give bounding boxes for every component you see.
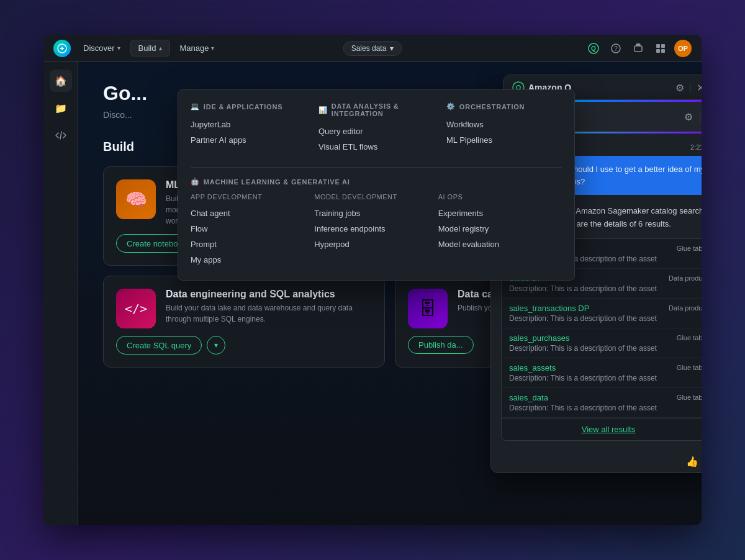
result-desc-4: Description: This is a description of th…	[509, 374, 702, 382]
svg-rect-7	[661, 44, 665, 48]
chevron-up-icon: ▴	[159, 45, 162, 52]
result-row-5: sales_data Glue table Description: This …	[502, 388, 702, 418]
card-actions: Create SQL query ▾	[116, 336, 372, 355]
nav-build[interactable]: Build ▴	[130, 40, 170, 56]
app-window: Discover ▾ Build ▴ Manage ▾ Sales data ▾	[43, 35, 702, 525]
dropdown-item-model-evaluation[interactable]: Model evaluation	[438, 237, 562, 252]
notifications-icon-button[interactable]	[630, 40, 647, 57]
help-icon-button[interactable]: ?	[607, 40, 625, 57]
monitor-icon: 💻	[191, 102, 200, 111]
result-desc-3: Description: This is a description of th…	[509, 344, 702, 353]
card-icon-data: </>	[116, 289, 156, 328]
dropdown-item-workflows[interactable]: Workflows	[446, 117, 562, 132]
dropdown-ml-grid: APP DEVELOPMENT Chat agent Flow Prompt M…	[191, 193, 562, 268]
card-body: Data engineering and SQL analytics Build…	[166, 289, 372, 325]
ml-app-dev-col: APP DEVELOPMENT Chat agent Flow Prompt M…	[191, 193, 314, 268]
robot-icon: 🤖	[191, 178, 200, 186]
card-data-engineering: </> Data engineering and SQL analytics B…	[103, 276, 385, 368]
close-icon[interactable]: ✕	[697, 82, 702, 94]
dropdown-item-partner-ai[interactable]: Partner AI apps	[191, 132, 306, 148]
dropdown-item-hyperpod[interactable]: Hyperpod	[314, 237, 438, 252]
q-float-header-icons: ⚙ | ✕	[684, 111, 702, 123]
dropdown-item-query-editor[interactable]: Query editor	[318, 124, 434, 139]
dropdown-ml-section: 🤖 MACHINE LEARNING & GENERATIVE AI APP D…	[191, 178, 562, 268]
dropdown-item-prompt[interactable]: Prompt	[191, 237, 314, 252]
svg-text:?: ?	[614, 45, 618, 52]
dropdown-divider	[191, 167, 562, 168]
dropdown-item-flow[interactable]: Flow	[191, 221, 314, 237]
sidebar-item-files[interactable]: 📁	[50, 97, 72, 119]
result-name-3[interactable]: sales_purchases	[509, 333, 570, 343]
chart-icon: 📊	[318, 106, 328, 114]
settings-icon[interactable]: ⚙	[675, 82, 684, 94]
dropdown-item-experiments[interactable]: Experiments	[438, 205, 562, 221]
gear-icon: ⚙️	[446, 102, 456, 111]
dropdown-item-inference-endpoints[interactable]: Inference endpoints	[314, 221, 438, 237]
q-icon-button[interactable]: Q	[585, 40, 602, 57]
grid-icon-button[interactable]	[652, 40, 669, 57]
sidebar-item-code[interactable]	[50, 124, 72, 147]
settings-icon[interactable]: ⚙	[684, 111, 693, 123]
nav-discover[interactable]: Discover ▾	[76, 40, 128, 56]
result-desc-1: Description: This is a description of th…	[509, 284, 702, 293]
publish-button[interactable]: Publish da...	[408, 336, 474, 354]
thumbs-up-icon[interactable]: 👍	[686, 456, 698, 467]
result-type-0: Glue table	[677, 245, 702, 252]
view-all-results-link[interactable]: View all results	[502, 418, 702, 440]
nav-right: Q ?	[585, 40, 692, 57]
svg-rect-6	[656, 44, 660, 48]
result-row-2: sales_transactions DP Data product Descr…	[502, 299, 702, 328]
svg-rect-5	[634, 46, 642, 52]
card-icon-catalog: 🗄	[408, 289, 448, 328]
dropdown-orchestration-section: ⚙️ ORCHESTRATION Workflows ML Pipelines	[446, 102, 562, 155]
dropdown-item-model-registry[interactable]: Model registry	[438, 221, 562, 237]
result-type-5: Glue table	[677, 394, 702, 401]
svg-rect-8	[656, 49, 660, 53]
result-row-3: sales_purchases Glue table Description: …	[502, 328, 702, 358]
nav-items: Discover ▾ Build ▴ Manage ▾	[76, 40, 585, 56]
dropdown-item-training-jobs[interactable]: Training jobs	[314, 205, 438, 221]
ml-ai-ops-col: AI OPS Experiments Model registry Model …	[438, 193, 562, 268]
card-header: </> Data engineering and SQL analytics B…	[116, 289, 372, 328]
chevron-down-icon: ▾	[211, 45, 214, 52]
dropdown-top-section: 💻 IDE & APPLICATIONS JupyterLab Partner …	[191, 102, 562, 155]
dropdown-data-section: 📊 DATA ANALYSIS & INTEGRATION Query edit…	[318, 102, 434, 155]
dropdown-item-visual-etl[interactable]: Visual ETL flows	[318, 139, 434, 155]
result-type-4: Glue table	[677, 364, 702, 371]
create-sql-button[interactable]: Create SQL query	[116, 336, 202, 355]
dropdown-ide-section: 💻 IDE & APPLICATIONS JupyterLab Partner …	[191, 102, 306, 155]
sales-data-selector[interactable]: Sales data ▾	[343, 41, 402, 56]
result-name-4[interactable]: sales_assets	[509, 363, 556, 373]
result-row-4: sales_assets Glue table Description: Thi…	[502, 358, 702, 388]
q-feedback-bar: 👍 👎	[491, 451, 702, 472]
build-dropdown-menu: 💻 IDE & APPLICATIONS JupyterLab Partner …	[178, 89, 575, 281]
page-content: Go... Disco... Build 🧠 ML and GenAI mode…	[78, 62, 702, 525]
dropdown-item-my-apps[interactable]: My apps	[191, 252, 314, 268]
result-name-2[interactable]: sales_transactions DP	[509, 304, 589, 313]
nav-manage[interactable]: Manage ▾	[173, 40, 222, 56]
user-avatar[interactable]: OP	[674, 40, 692, 57]
card-title: Data engineering and SQL analytics	[166, 289, 372, 300]
sidebar: 🏠 📁	[43, 62, 78, 525]
result-name-5[interactable]: sales_data	[509, 393, 548, 402]
dropdown-item-ml-pipelines[interactable]: ML Pipelines	[446, 132, 562, 148]
svg-rect-9	[661, 49, 665, 53]
ml-model-dev-col: MODEL DEVELOPMENT Training jobs Inferenc…	[314, 193, 438, 268]
result-type-3: Glue table	[677, 334, 702, 341]
app-logo	[53, 40, 71, 57]
svg-text:Q: Q	[591, 45, 596, 52]
nav-center: Sales data ▾	[343, 41, 402, 56]
sql-dropdown-button[interactable]: ▾	[207, 336, 225, 355]
result-type-1: Data product	[669, 274, 702, 282]
main-content: 🏠 📁 Go... Disco... Build 🧠	[43, 62, 702, 525]
chevron-down-icon: ▾	[390, 44, 394, 53]
navbar: Discover ▾ Build ▴ Manage ▾ Sales data ▾	[43, 35, 702, 62]
result-type-2: Data product	[669, 304, 702, 312]
result-desc-5: Description: This is a description of th…	[509, 404, 702, 412]
sidebar-item-home[interactable]: 🏠	[50, 70, 72, 92]
dropdown-item-jupyterlab[interactable]: JupyterLab	[191, 117, 306, 132]
chevron-down-icon: ▾	[117, 45, 120, 52]
dropdown-item-chat-agent[interactable]: Chat agent	[191, 205, 314, 221]
q-outer-header-icons: ⚙ | ✕	[675, 82, 702, 94]
card-icon-ml: 🧠	[116, 179, 156, 219]
